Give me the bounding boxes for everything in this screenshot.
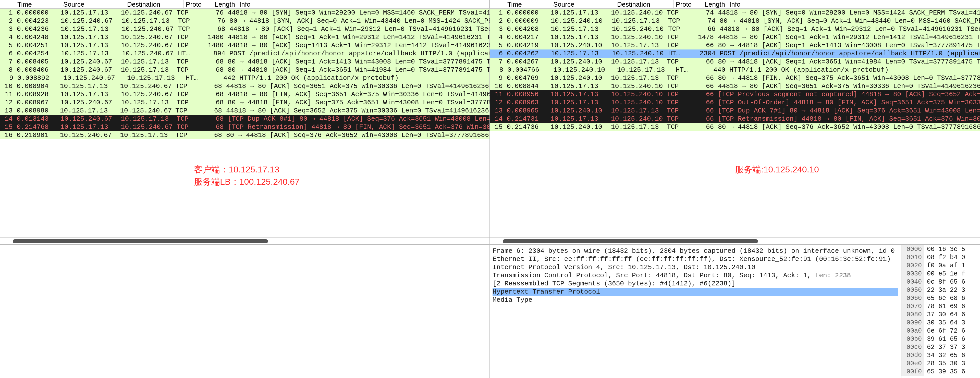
packet-row[interactable]: 80.00476610.125.240.1010.125.17.13HT…440… — [490, 66, 980, 74]
col-info[interactable]: Info — [237, 0, 490, 8]
packet-row[interactable]: 20.00422310.125.240.6710.125.17.13TCP768… — [0, 17, 490, 25]
hex-line[interactable]: 003000 e5 1e f — [901, 270, 980, 278]
hex-address: 0040 — [901, 278, 924, 286]
packet-row[interactable]: 160.21890110.125.240.6710.125.17.13TCP68… — [0, 131, 490, 139]
hex-line[interactable]: 00a06e 6f 72 6 — [901, 327, 980, 335]
detail-line[interactable]: Transmission Control Protocol, Src Port:… — [493, 272, 898, 280]
col-length[interactable]: Length — [209, 0, 237, 8]
packet-row[interactable]: 60.00425410.125.17.1310.125.240.67HT…894… — [0, 49, 490, 58]
hex-line[interactable]: 005022 3a 22 3 — [901, 286, 980, 294]
cell-time: 0.000009 — [505, 17, 549, 25]
detail-line[interactable]: Ethernet II, Src: ee:ff:ff:ff:ff:ff (ee:… — [493, 255, 898, 263]
cell-no: 5 — [0, 41, 15, 49]
packet-row[interactable]: 150.21473610.125.240.1010.125.17.13TCP66… — [490, 123, 980, 131]
cell-time: 0.008844 — [505, 82, 549, 90]
packet-row[interactable]: 110.00895610.125.17.1310.125.240.10TCP66… — [490, 90, 980, 98]
cell-time: 0.008904 — [14, 82, 58, 90]
col-time[interactable]: Time — [505, 0, 551, 8]
cell-proto: TCP — [665, 106, 689, 115]
scrollbar-thumb[interactable] — [503, 239, 758, 243]
col-time[interactable]: Time — [15, 0, 61, 8]
detail-line[interactable]: Hypertext Transfer Protocol — [493, 288, 898, 296]
hex-line[interactable]: 00400c 8f 65 6 — [901, 278, 980, 286]
hex-line[interactable]: 007078 61 69 6 — [901, 302, 980, 311]
annotation-server: 服务端:10.125.240.10 — [735, 163, 819, 175]
packet-row[interactable]: 30.00420810.125.17.1310.125.240.10TCP664… — [490, 25, 980, 33]
col-proto[interactable]: Proto — [184, 0, 209, 8]
cell-dest: 10.125.240.67 — [119, 33, 175, 41]
packet-row[interactable]: 120.00896310.125.17.1310.125.240.10TCP66… — [490, 98, 980, 106]
col-dest[interactable]: Destination — [125, 0, 184, 8]
packet-row[interactable]: 90.00889210.125.240.6710.125.17.13HT…442… — [0, 74, 490, 82]
packet-hex-view[interactable]: 000000 16 3e 5001008 f2 b4 00020f0 0a af… — [901, 245, 980, 378]
hex-address: 00a0 — [901, 327, 924, 335]
hex-bytes: 08 f2 b4 0 — [924, 254, 980, 262]
scrollbar-thumb[interactable] — [13, 239, 268, 243]
packet-row[interactable]: 110.00892810.125.17.1310.125.240.67TCP68… — [0, 90, 490, 98]
hex-line[interactable]: 000000 16 3e 5 — [901, 245, 980, 254]
detail-line[interactable]: Media Type — [493, 296, 898, 304]
packet-row[interactable]: 50.00421910.125.240.1010.125.17.13TCP668… — [490, 41, 980, 49]
hex-line[interactable]: 009030 35 64 3 — [901, 319, 980, 327]
packet-list-header[interactable]: Time Source Destination Proto Length Inf… — [0, 0, 490, 9]
cell-proto: HT… — [674, 66, 699, 74]
packet-row[interactable]: 20.00000910.125.240.1010.125.17.13TCP748… — [490, 17, 980, 25]
right-packet-list[interactable]: Time Source Destination Proto Length Inf… — [490, 0, 980, 245]
hex-line[interactable]: 001008 f2 b4 0 — [901, 254, 980, 262]
hex-bytes: 22 3a 22 3 — [924, 286, 980, 294]
hex-line[interactable]: 00f065 39 35 6 — [901, 368, 980, 376]
packet-row[interactable]: 10.00000010.125.17.1310.125.240.10TCP744… — [490, 9, 980, 17]
col-no[interactable] — [0, 0, 15, 8]
packet-row[interactable]: 150.21476810.125.17.1310.125.240.67TCP68… — [0, 123, 490, 131]
packet-row[interactable]: 50.00425110.125.17.1310.125.240.67TCP148… — [0, 41, 490, 49]
cell-info: [TCP Retransmission] 44818 → 80 [FIN, AC… — [716, 115, 980, 123]
right-h-scrollbar[interactable] — [490, 237, 980, 245]
packet-detail-tree[interactable]: Frame 6: 2304 bytes on wire (18432 bits)… — [490, 245, 901, 378]
packet-row[interactable]: 80.00840610.125.240.6710.125.17.13TCP688… — [0, 66, 490, 74]
packet-row[interactable]: 70.00840510.125.240.6710.125.17.13TCP688… — [0, 58, 490, 66]
packet-row[interactable]: 70.00426710.125.240.1010.125.17.13TCP668… — [490, 58, 980, 66]
packet-row[interactable]: 30.00423610.125.17.1310.125.240.67TCP684… — [0, 25, 490, 33]
col-source[interactable]: Source — [551, 0, 615, 8]
packet-row[interactable]: 10.00000010.125.17.1310.125.240.67TCP764… — [0, 9, 490, 17]
col-no[interactable] — [490, 0, 505, 8]
col-proto[interactable]: Proto — [674, 0, 699, 8]
packet-row[interactable]: 60.00426210.125.17.1310.125.240.10HT…230… — [490, 49, 980, 58]
hex-line[interactable]: 0020f0 0a af 1 — [901, 262, 980, 270]
cell-no: 14 — [490, 115, 505, 123]
hex-address: 0050 — [901, 286, 924, 294]
detail-line[interactable]: [2 Reassembled TCP Segments (3650 bytes)… — [493, 280, 898, 288]
left-detail-pane[interactable] — [0, 245, 490, 378]
packet-row[interactable]: 100.00884410.125.17.1310.125.240.10TCP66… — [490, 82, 980, 90]
packet-row[interactable]: 140.01314310.125.240.6710.125.17.13TCP68… — [0, 115, 490, 123]
packet-row[interactable]: 100.00890410.125.17.1310.125.240.67TCP68… — [0, 82, 490, 90]
packet-row[interactable]: 40.00421710.125.17.1310.125.240.10TCP147… — [490, 33, 980, 41]
cell-proto: TCP — [173, 131, 197, 139]
col-dest[interactable]: Destination — [615, 0, 674, 8]
col-source[interactable]: Source — [61, 0, 125, 8]
cell-info: 80 → 44818 [FIN, ACK] Seq=375 Ack=3651 W… — [226, 98, 490, 106]
hex-line[interactable]: 008037 30 64 6 — [901, 311, 980, 319]
hex-line[interactable]: 00e028 35 30 3 — [901, 360, 980, 368]
left-h-scrollbar[interactable] — [0, 237, 490, 245]
left-packet-list[interactable]: Time Source Destination Proto Length Inf… — [0, 0, 490, 245]
hex-bytes: 34 32 65 6 — [924, 351, 980, 360]
hex-line[interactable]: 00b039 61 65 6 — [901, 335, 980, 343]
cell-proto: TCP — [175, 90, 199, 98]
hex-line[interactable]: 006065 6e 68 6 — [901, 294, 980, 302]
col-info[interactable]: Info — [727, 0, 980, 8]
cell-time: 0.008892 — [15, 74, 61, 82]
hex-line[interactable]: 00d034 32 65 6 — [901, 351, 980, 360]
packet-list-header[interactable]: Time Source Destination Proto Length Inf… — [490, 0, 980, 9]
packet-row[interactable]: 130.00896510.125.240.1010.125.17.13TCP66… — [490, 106, 980, 115]
packet-row[interactable]: 140.21473110.125.17.1310.125.240.10TCP66… — [490, 115, 980, 123]
packet-row[interactable]: 120.00896710.125.240.6710.125.17.13TCP68… — [0, 98, 490, 106]
col-length[interactable]: Length — [699, 0, 727, 8]
detail-line[interactable]: Internet Protocol Version 4, Src: 10.125… — [493, 263, 898, 272]
packet-row[interactable]: 130.00898010.125.17.1310.125.240.67TCP68… — [0, 106, 490, 115]
hex-line[interactable]: 00c062 37 37 3 — [901, 343, 980, 351]
hex-address: 00b0 — [901, 335, 924, 343]
packet-row[interactable]: 90.00476910.125.240.1010.125.17.13TCP668… — [490, 74, 980, 82]
detail-line[interactable]: Frame 6: 2304 bytes on wire (18432 bits)… — [493, 247, 898, 255]
packet-row[interactable]: 40.00424810.125.17.1310.125.240.67TCP148… — [0, 33, 490, 41]
